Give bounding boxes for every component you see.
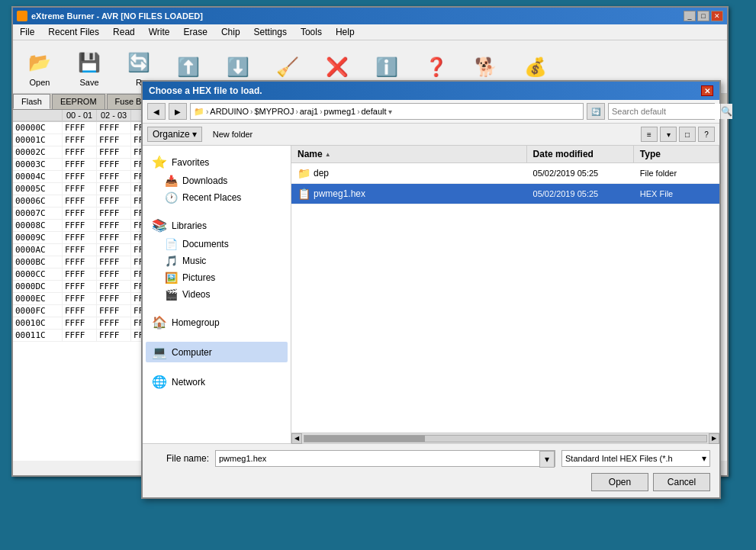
filetype-label: Standard Intel HEX Files (*.h <box>565 454 673 463</box>
hex-file-icon: 📋 <box>298 188 310 200</box>
filename-input[interactable] <box>216 451 539 466</box>
filetype-dropdown-icon: ▾ <box>702 453 706 464</box>
filename-row: File name: ▾ Standard Intel HEX Files (*… <box>152 450 710 467</box>
new-folder-button[interactable]: New folder <box>207 128 259 140</box>
preview-button[interactable]: □ <box>679 127 696 142</box>
homegroup-section: 🏠 Homegroup <box>146 312 288 333</box>
file-row-pwmeg1[interactable]: 📋 pwmeg1.hex 05/02/2019 05:25 HEX File <box>291 184 719 204</box>
refresh-address-button[interactable]: 🔄 <box>587 103 605 120</box>
computer-label: Computer <box>172 347 212 358</box>
nav-item-pictures[interactable]: 🖼️ Pictures <box>146 269 288 286</box>
col-header-date[interactable]: Date modified <box>527 146 634 162</box>
pwmeg1-name: pwmeg1.hex <box>314 188 365 199</box>
nav-item-computer[interactable]: 💻 Computer <box>146 342 288 362</box>
scrollbar-thumb[interactable] <box>304 436 425 442</box>
network-section: 🌐 Network <box>146 371 288 392</box>
file-chooser-dialog: Choose a HEX file to load. ✕ ◀ ▶ 📁 › ARD… <box>141 80 721 499</box>
open-action-button[interactable]: Open <box>591 473 648 491</box>
scroll-right-button[interactable]: ▶ <box>709 433 719 444</box>
nav-item-downloads[interactable]: 📥 Downloads <box>146 172 288 189</box>
list-view-button[interactable]: ≡ <box>641 127 658 142</box>
scroll-left-button[interactable]: ◀ <box>291 433 302 444</box>
documents-label: Documents <box>182 239 229 249</box>
scrollbar-track[interactable] <box>304 435 707 442</box>
dialog-bottom: File name: ▾ Standard Intel HEX Files (*… <box>143 443 719 497</box>
file-list-panel: Name ▲ Date modified Type 📁 dep <box>291 146 719 443</box>
breadcrumb-bar[interactable]: 📁 › ARDUINO › $MYPROJ › araj1 › pwmeg1 ›… <box>190 103 584 120</box>
videos-icon: 🎬 <box>164 288 178 301</box>
filename-label: File name: <box>152 453 209 464</box>
view-dropdown-button[interactable]: ▾ <box>660 127 677 142</box>
dialog-overlay: Choose a HEX file to load. ✕ ◀ ▶ 📁 › ARD… <box>0 0 756 550</box>
pictures-icon: 🖼️ <box>164 272 178 284</box>
dep-name: dep <box>314 168 329 179</box>
search-input[interactable] <box>609 104 720 119</box>
pwmeg1-type-cell: HEX File <box>634 185 719 202</box>
computer-icon: 💻 <box>152 345 167 359</box>
col-header-name[interactable]: Name ▲ <box>291 146 527 162</box>
organize-button[interactable]: Organize ▾ <box>147 127 202 142</box>
favorites-section: ⭐ Favorites 📥 Downloads 🕐 Recent Places <box>146 152 288 206</box>
nav-item-favorites[interactable]: ⭐ Favorites <box>146 152 288 172</box>
file-row-dep[interactable]: 📁 dep 05/02/2019 05:25 File folder <box>291 163 719 184</box>
libraries-section: 📚 Libraries 📄 Documents 🎵 Music 🖼️ Pictu… <box>146 215 288 303</box>
filename-dropdown-button[interactable]: ▾ <box>539 451 555 468</box>
nav-panel: ⭐ Favorites 📥 Downloads 🕐 Recent Places <box>143 146 291 443</box>
downloads-icon: 📥 <box>164 175 178 187</box>
horizontal-scrollbar[interactable]: ◀ ▶ <box>291 433 719 443</box>
organize-chevron-icon: ▾ <box>192 129 197 140</box>
dialog-toolbar: Organize ▾ New folder ≡ ▾ □ ? <box>143 124 719 146</box>
favorites-label: Favorites <box>172 157 209 168</box>
breadcrumb-araj1[interactable]: araj1 <box>300 107 318 116</box>
address-bar: ◀ ▶ 📁 › ARDUINO › $MYPROJ › araj1 › pwme… <box>143 100 719 124</box>
documents-icon: 📄 <box>164 238 178 250</box>
libraries-label: Libraries <box>172 220 207 231</box>
nav-item-recent-places[interactable]: 🕐 Recent Places <box>146 189 288 206</box>
breadcrumb-pwmeg1[interactable]: pwmeg1 <box>324 107 356 116</box>
music-label: Music <box>182 256 206 266</box>
view-buttons: ≡ ▾ □ ? <box>641 127 715 142</box>
network-icon: 🌐 <box>152 375 167 389</box>
back-button[interactable]: ◀ <box>147 103 166 120</box>
downloads-label: Downloads <box>182 175 227 186</box>
dep-date-cell: 05/02/2019 05:25 <box>527 165 634 182</box>
videos-label: Videos <box>182 289 210 300</box>
help-info-button[interactable]: ? <box>698 127 715 142</box>
dep-type-cell: File folder <box>634 165 719 182</box>
dialog-content: ⭐ Favorites 📥 Downloads 🕐 Recent Places <box>143 146 719 443</box>
dialog-close-button[interactable]: ✕ <box>701 85 713 96</box>
dialog-title-bar: Choose a HEX file to load. ✕ <box>143 82 719 100</box>
breadcrumb-arduino[interactable]: ARDUINO <box>210 107 249 116</box>
nav-item-documents[interactable]: 📄 Documents <box>146 236 288 252</box>
nav-item-libraries[interactable]: 📚 Libraries <box>146 215 288 236</box>
sort-arrow-icon: ▲ <box>325 151 331 158</box>
dep-name-cell: 📁 dep <box>291 163 527 183</box>
file-list-spacer <box>291 204 719 433</box>
search-button[interactable]: 🔍 <box>720 104 732 119</box>
breadcrumb-myproj[interactable]: $MYPROJ <box>254 107 294 116</box>
nav-item-network[interactable]: 🌐 Network <box>146 371 288 392</box>
nav-item-videos[interactable]: 🎬 Videos <box>146 286 288 303</box>
pwmeg1-name-cell: 📋 pwmeg1.hex <box>291 184 527 204</box>
col-date-label: Date modified <box>533 149 594 159</box>
music-icon: 🎵 <box>164 255 178 267</box>
nav-item-homegroup[interactable]: 🏠 Homegroup <box>146 312 288 333</box>
file-list-header: Name ▲ Date modified Type <box>291 146 719 163</box>
pictures-label: Pictures <box>182 272 215 283</box>
col-type-label: Type <box>640 149 661 159</box>
nav-item-music[interactable]: 🎵 Music <box>146 252 288 269</box>
pwmeg1-date-cell: 05/02/2019 05:25 <box>527 185 634 202</box>
action-row: Open Cancel <box>152 473 710 491</box>
homegroup-label: Homegroup <box>172 317 220 328</box>
libraries-icon: 📚 <box>152 218 167 233</box>
breadcrumb-icon: 📁 <box>194 107 204 117</box>
recent-places-icon: 🕐 <box>164 191 178 204</box>
forward-button[interactable]: ▶ <box>169 103 187 120</box>
breadcrumb-default[interactable]: default <box>361 107 386 116</box>
cancel-action-button[interactable]: Cancel <box>653 473 710 491</box>
search-box[interactable]: 🔍 <box>608 103 715 120</box>
col-header-type[interactable]: Type <box>634 146 719 162</box>
favorites-icon: ⭐ <box>152 155 167 169</box>
folder-icon: 📁 <box>298 167 310 179</box>
dialog-title: Choose a HEX file to load. <box>149 85 262 96</box>
